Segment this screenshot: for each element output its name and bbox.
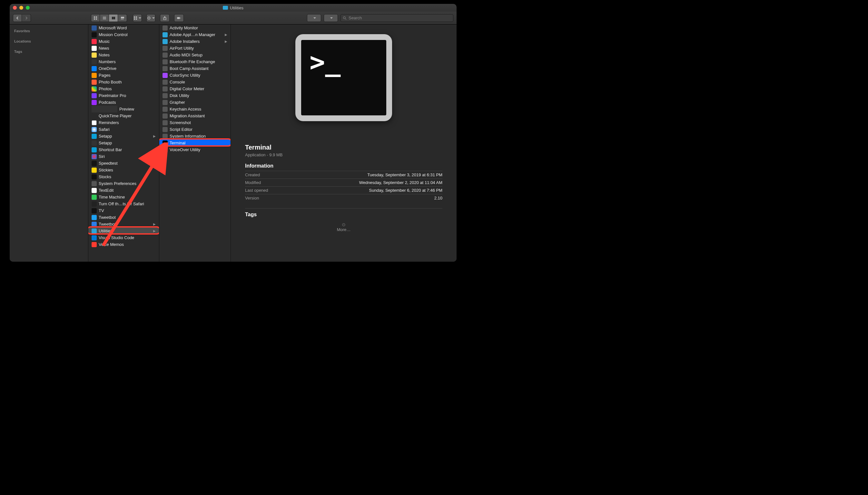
column-applications[interactable]: Microsoft WordMission ControlMusicNewsNo…	[88, 24, 159, 262]
list-item-label: Bluetooth File Exchange	[170, 59, 215, 64]
list-item[interactable]: Siri	[88, 153, 159, 160]
toolbar-dropdown-2[interactable]	[324, 14, 338, 22]
list-item[interactable]: Mission Control	[88, 31, 159, 38]
list-item[interactable]: Microsoft Word	[88, 24, 159, 31]
arrange-group	[133, 14, 142, 22]
chevron-right-icon: ▶	[153, 222, 156, 226]
list-item-label: TextEdit	[99, 188, 114, 193]
toolbar-dropdown-1[interactable]	[307, 14, 321, 22]
search-field[interactable]: Search	[340, 14, 453, 22]
list-item[interactable]: TV	[88, 207, 159, 214]
list-item[interactable]: System Information	[159, 133, 231, 139]
list-item[interactable]: Music	[88, 38, 159, 45]
list-item[interactable]: Photo Booth	[88, 79, 159, 85]
list-item[interactable]: OneDrive	[88, 65, 159, 72]
list-item[interactable]: Pages	[88, 72, 159, 79]
list-item[interactable]: ColorSync Utility	[159, 72, 231, 79]
list-item[interactable]: TextEdit	[88, 187, 159, 194]
list-item[interactable]: Disk Utility	[159, 92, 231, 99]
list-item[interactable]: Time Machine	[88, 194, 159, 201]
list-item[interactable]: Digital Color Meter	[159, 85, 231, 92]
column-utilities[interactable]: Activity MonitorAdobe Appl…n Manager▶Ado…	[159, 24, 231, 262]
list-item[interactable]: Reminders	[88, 119, 159, 126]
list-item[interactable]: News	[88, 45, 159, 52]
gray-icon	[163, 93, 168, 98]
gray-icon	[163, 127, 168, 132]
list-item[interactable]: Shortcut Bar	[88, 146, 159, 153]
photobooth-icon	[91, 80, 97, 85]
list-item[interactable]: Console	[159, 79, 231, 85]
list-item[interactable]: Script Editor	[159, 126, 231, 133]
list-item[interactable]: Grapher	[159, 99, 231, 106]
list-item[interactable]: Preview	[88, 106, 159, 113]
svg-rect-4	[103, 17, 106, 17]
list-item[interactable]: Audio MIDI Setup	[159, 52, 231, 58]
svg-rect-16	[134, 18, 135, 20]
list-item[interactable]: Safari	[88, 126, 159, 133]
list-item[interactable]: Activity Monitor	[159, 24, 231, 31]
list-item[interactable]: Stocks	[88, 173, 159, 180]
more-button[interactable]: ⊙ More…	[245, 222, 443, 232]
gallery-view-button[interactable]	[118, 14, 127, 22]
list-item-label: Adobe Appl…n Manager	[170, 32, 215, 37]
list-item[interactable]: Utilities▶	[88, 227, 159, 234]
forward-button[interactable]	[22, 14, 31, 22]
list-item-label: Photo Booth	[99, 80, 122, 84]
list-item[interactable]: Stickies	[88, 167, 159, 173]
preview-item-subtitle: Application - 9.9 MB	[245, 152, 443, 157]
svg-rect-2	[94, 18, 95, 20]
list-item[interactable]: Photos	[88, 85, 159, 92]
list-item[interactable]: Podcasts	[88, 99, 159, 106]
list-item[interactable]: VoiceOver Utility	[159, 146, 231, 153]
list-item[interactable]: Tweetbot	[88, 214, 159, 221]
list-item[interactable]: QuickTime Player	[88, 113, 159, 119]
folder-icon	[163, 39, 168, 44]
list-item[interactable]: Adobe Installers▶	[159, 38, 231, 45]
list-item[interactable]: Visual Studio Code	[88, 234, 159, 241]
column-view-button[interactable]	[109, 14, 118, 22]
list-item[interactable]: Turn Off th…ts for Safari	[88, 201, 159, 207]
util-icon	[91, 228, 97, 234]
list-item[interactable]: Numbers	[88, 58, 159, 65]
tv-icon	[91, 208, 97, 214]
icon-view-button[interactable]	[91, 14, 100, 22]
siri-icon	[91, 154, 97, 159]
tags-button[interactable]	[174, 14, 184, 22]
list-item[interactable]: Screenshot	[159, 119, 231, 126]
list-item-label: System Information	[170, 134, 206, 139]
list-item[interactable]: Voice Memos	[88, 241, 159, 248]
sidebar-header-favorites[interactable]: Favorites	[10, 28, 88, 35]
list-view-button[interactable]	[100, 14, 109, 22]
list-item-label: ColorSync Utility	[170, 73, 200, 78]
svg-rect-7	[112, 17, 113, 19]
list-item[interactable]: Migration Assistant	[159, 113, 231, 119]
info-row: CreatedTuesday, September 3, 2019 at 6:3…	[245, 171, 443, 178]
list-item[interactable]: AirPort Utility	[159, 45, 231, 52]
toolbar: Search	[10, 12, 456, 24]
list-item[interactable]: Keychain Access	[159, 106, 231, 113]
list-item[interactable]: Notes	[88, 52, 159, 58]
list-item[interactable]: Setapp▶	[88, 133, 159, 139]
list-item[interactable]: Terminal	[159, 139, 231, 146]
gray-icon	[163, 53, 168, 58]
back-button[interactable]	[13, 14, 22, 22]
list-item-label: Podcasts	[99, 100, 116, 105]
list-item-label: Digital Color Meter	[170, 86, 204, 91]
list-item[interactable]: Tweetbot▶	[88, 221, 159, 227]
list-item-label: Time Machine	[99, 195, 125, 200]
list-item[interactable]: Speedtest	[88, 160, 159, 167]
list-item[interactable]: Adobe Appl…n Manager▶	[159, 31, 231, 38]
list-item[interactable]: System Preferences	[88, 180, 159, 187]
share-button[interactable]	[160, 14, 170, 22]
arrange-button[interactable]	[133, 14, 142, 22]
list-item[interactable]: Setapp	[88, 139, 159, 146]
sidebar-header-locations[interactable]: Locations	[10, 38, 88, 45]
action-menu-button[interactable]	[146, 14, 155, 22]
list-item[interactable]: Boot Camp Assistant	[159, 65, 231, 72]
list-item[interactable]: Pixelmator Pro	[88, 92, 159, 99]
list-item[interactable]: Bluetooth File Exchange	[159, 58, 231, 65]
info-key: Created	[245, 172, 260, 177]
list-item-label: Photos	[99, 86, 112, 91]
titlebar: Utilities	[10, 4, 456, 12]
sidebar-header-tags[interactable]: Tags	[10, 48, 88, 55]
